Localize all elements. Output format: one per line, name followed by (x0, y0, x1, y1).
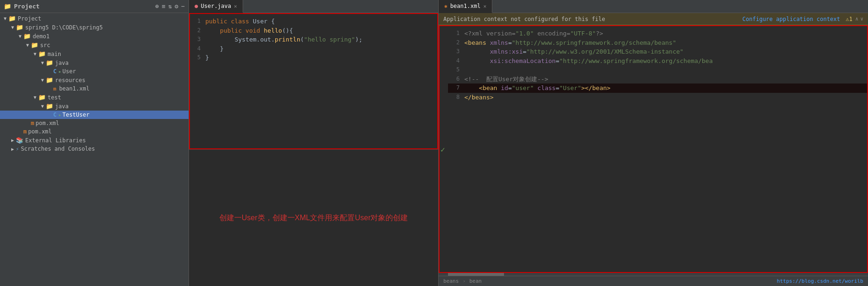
status-url[interactable]: https://blog.csdn.net/worilb (777, 278, 863, 284)
src-label: src (40, 42, 50, 49)
breadcrumb-beans: beans (443, 278, 459, 284)
left-tab-bar: ● User.java ✕ (189, 0, 438, 13)
demo1-label: demo1 (33, 33, 49, 40)
tree-item-test-java-folder[interactable]: ▼ 📁 java (0, 102, 189, 111)
xml-line-5: 5 (448, 65, 868, 75)
close-tab-icon[interactable]: ✕ (234, 3, 237, 9)
tab-bean1-xml[interactable]: ✱ bean1.xml ✕ (439, 0, 492, 13)
tree-item-demo1[interactable]: ▼ 📁 demo1 (0, 32, 189, 41)
right-editor-pane: ✱ bean1.xml ✕ Application context not co… (439, 0, 868, 286)
spring5-label: spring5 D:\CODE\spring5 (25, 24, 103, 31)
xml-line-4: 4 xsi:schemaLocation="http://www.springf… (448, 56, 868, 66)
sidebar-title: Project (14, 3, 155, 10)
tree-item-bean1-xml[interactable]: m bean1.xml (0, 84, 189, 93)
xml-tab-icon: ✱ (444, 3, 448, 9)
xml-line-3: 3 xmlns:xsi="http://www.w3.org/2001/XMLS… (448, 47, 868, 56)
code-line-5: 5 } (189, 53, 438, 63)
bean1-xml-label: bean1.xml (59, 85, 90, 92)
code-line-1: 1 public class User { (189, 17, 438, 26)
project-label: Project (18, 15, 42, 22)
bean1-xml-tab-label: bean1.xml (450, 3, 481, 9)
editor-area: ● User.java ✕ 1 public class User { (189, 0, 868, 286)
tree-item-main[interactable]: ▼ 📁 main (0, 49, 189, 58)
sync-icon[interactable]: ⊕ (155, 3, 159, 10)
xml-line-8: 8 </beans> (448, 93, 868, 102)
java-folder-label: java (55, 60, 69, 66)
sidebar: 📁 Project ⊕ ≡ ⇅ ⚙ − ▼ 📁 Project ▼ 📁 spri… (0, 0, 189, 286)
tab-user-java[interactable]: ● User.java ✕ (189, 0, 243, 13)
warning-count: ⚠1 (846, 16, 852, 22)
tree-item-resources[interactable]: ▼ 📁 resources (0, 76, 189, 84)
minimize-icon[interactable]: − (181, 3, 185, 10)
tree-item-java-folder[interactable]: ▼ 📁 java (0, 58, 189, 67)
sort-icon[interactable]: ⇅ (168, 3, 172, 10)
tree-item-scratches[interactable]: ▶ ⚡ Scratches and Consoles (0, 145, 189, 153)
tree-item-spring5[interactable]: ▼ 📁 spring5 D:\CODE\spring5 (0, 23, 189, 32)
user-java-tab-label: User.java (201, 3, 231, 9)
test-label: test (48, 94, 61, 101)
tree-item-user-java[interactable]: C ▸ User (0, 67, 189, 76)
tree-item-testuser[interactable]: C ▸ TestUser (0, 111, 189, 119)
code-line-2: 2 public void hello(){ (189, 26, 438, 35)
resources-label: resources (55, 77, 85, 84)
code-line-3: 3 System.out.println("hello spring"); (189, 35, 438, 44)
warning-nav-up[interactable]: ∧ (855, 16, 859, 22)
tree-item-project[interactable]: ▼ 📁 Project (0, 14, 189, 23)
ext-libs-label: External Libraries (25, 137, 86, 144)
left-editor-pane: ● User.java ✕ 1 public class User { (189, 0, 439, 286)
left-editor-content[interactable]: 1 public class User { 2 public void hell… (189, 13, 438, 149)
pom-spring5-label: pom.xml (28, 128, 52, 135)
annotation-area: 创建一User类，创建一XML文件用来配置User对象的创建 (189, 149, 438, 286)
xml-line-7: 7 <bean id="user" class="User"></bean> (448, 84, 868, 93)
tree-item-test[interactable]: ▼ 📁 test (0, 93, 189, 102)
project-tree: ▼ 📁 Project ▼ 📁 spring5 D:\CODE\spring5 … (0, 13, 189, 286)
right-tab-bar: ✱ bean1.xml ✕ (439, 0, 868, 13)
close-xml-tab-icon[interactable]: ✕ (483, 3, 487, 9)
configure-context-link[interactable]: Configure application context (742, 16, 840, 22)
tree-item-pom-demo1[interactable]: m pom.xml (0, 119, 189, 127)
xml-statusbar: beans › bean https://blog.csdn.net/woril… (439, 276, 868, 286)
left-code-editor: 1 public class User { 2 public void hell… (189, 13, 438, 66)
code-line-4: 4 } (189, 44, 438, 54)
breadcrumb-bean: bean (469, 278, 482, 284)
breadcrumb-separator: › (462, 278, 466, 284)
annotation-text: 创建一User类，创建一XML文件用来配置User对象的创建 (219, 211, 408, 225)
sidebar-header: 📁 Project ⊕ ≡ ⇅ ⚙ − (0, 0, 189, 13)
editors-row: ● User.java ✕ 1 public class User { (189, 0, 868, 286)
scratches-label: Scratches and Consoles (21, 146, 95, 152)
warning-bar: Application context not configured for t… (439, 13, 868, 25)
user-java-label: User (63, 68, 76, 75)
tree-item-src[interactable]: ▼ 📁 src (0, 41, 189, 49)
xml-line-6: 6 <!-- 配置User对象创建--> (448, 75, 868, 84)
test-java-folder-label: java (55, 103, 69, 110)
tree-item-ext-libs[interactable]: ▶ 📚 External Libraries (0, 136, 189, 145)
java-tab-dot: ● (195, 3, 198, 9)
warning-message: Application context not configured for t… (443, 16, 742, 22)
tree-item-pom-spring5[interactable]: m pom.xml (0, 127, 189, 136)
right-editor-content[interactable]: ✓ 1 <?xml version="1.0" encoding="UTF-8"… (439, 25, 868, 273)
testuser-label: TestUser (63, 112, 90, 118)
right-code-editor: 1 <?xml version="1.0" encoding="UTF-8"?>… (439, 25, 868, 105)
green-checkmark: ✓ (441, 145, 445, 153)
collapse-icon[interactable]: ≡ (162, 3, 166, 10)
pom-demo1-label: pom.xml (35, 120, 59, 126)
warning-nav-down[interactable]: ∨ (860, 16, 863, 22)
project-icon: 📁 (4, 3, 11, 10)
xml-line-1: 1 <?xml version="1.0" encoding="UTF-8"?> (448, 29, 868, 38)
xml-line-2: 2 <beans xmlns="http://www.springframewo… (448, 38, 868, 48)
sidebar-actions: ⊕ ≡ ⇅ ⚙ − (155, 3, 185, 10)
main-label: main (48, 51, 61, 57)
settings-icon[interactable]: ⚙ (175, 3, 178, 10)
